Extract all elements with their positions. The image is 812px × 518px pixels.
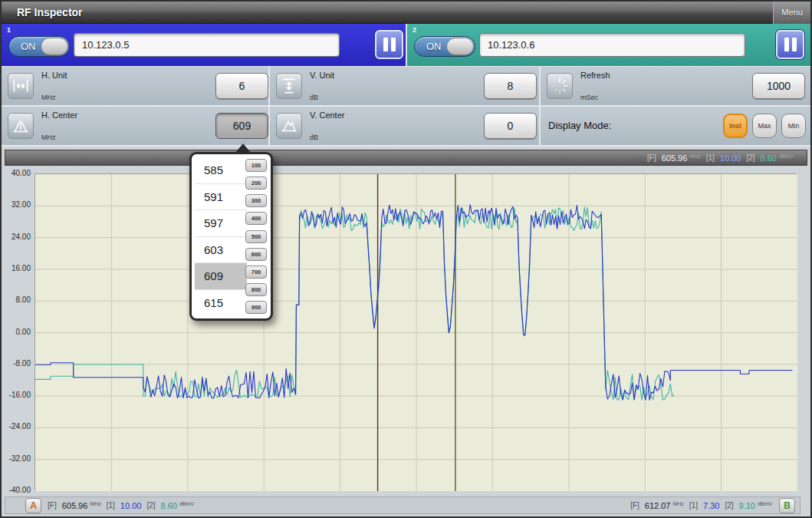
toggle-knob — [446, 38, 474, 55]
refresh-unit: mSec — [580, 94, 598, 101]
step-button-800[interactable]: 800 — [245, 283, 267, 296]
step-button-200[interactable]: 200 — [245, 177, 267, 190]
device-1-pause-button[interactable] — [375, 30, 403, 59]
dropdown-item-609[interactable]: 609 — [195, 263, 247, 290]
y-axis-tick-label: -24.00 — [3, 422, 31, 431]
h-center-cell: H. Center MHz 609 — [2, 107, 268, 145]
dropdown-item-615[interactable]: 615 — [195, 290, 247, 316]
device-1-ip-input[interactable] — [74, 33, 340, 57]
h-center-dropdown: 585591597603609615 100200300400500600700… — [189, 152, 273, 321]
y-axis-tick-label: 40.00 — [3, 169, 31, 178]
display-mode-inst-button[interactable]: Inst — [723, 114, 748, 138]
dropdown-item-603[interactable]: 603 — [195, 237, 247, 264]
y-axis-tick-label: -8.00 — [3, 359, 31, 368]
marker-status-bar: A [F] 605.96 MHz [1] 10.00 [2] 8.60 dBmV… — [5, 497, 800, 514]
step-button-500[interactable]: 500 — [245, 230, 267, 243]
refresh-label: Refresh — [580, 71, 610, 80]
popup-arrow-icon — [235, 144, 251, 153]
v-center-unit: dB — [310, 134, 318, 141]
step-button-400[interactable]: 400 — [245, 212, 267, 225]
display-mode-label: Display Mode: — [548, 107, 611, 145]
h-center-icon — [8, 113, 34, 139]
y-axis-tick-label: 8.00 — [3, 295, 31, 305]
refresh-value-button[interactable]: 1000 — [752, 73, 805, 99]
h-unit-unit: MHz — [41, 94, 56, 101]
display-mode-cell: Display Mode: InstMaxMin — [541, 107, 810, 145]
chart-panel: [F] 605.96 MHz [1] 10.00 [2] 8.60 dBmV 4… — [2, 147, 810, 516]
dropdown-item-585[interactable]: 585 — [195, 157, 247, 184]
marker-b-button[interactable]: B — [779, 498, 795, 513]
pause-icon — [383, 38, 388, 51]
marker-b-readout: [F] 612.07 MHz [1] 7.30 [2] 9.10 dBmV — [630, 501, 777, 510]
h-center-unit: MHz — [41, 134, 56, 141]
dropdown-item-591[interactable]: 591 — [195, 184, 247, 211]
y-axis-tick-label: 0.00 — [3, 328, 31, 337]
h-unit-value-button[interactable]: 6 — [215, 73, 268, 99]
device-index: 2 — [413, 26, 416, 34]
device-panel-2: 2 ON — [407, 24, 810, 66]
device-2-ip-input[interactable] — [479, 33, 745, 57]
chart-header-bar: [F] 605.96 MHz [1] 10.00 [2] 8.60 dBmV — [5, 150, 807, 166]
display-mode-min-button[interactable]: Min — [781, 114, 806, 138]
y-axis-tick-label: 32.00 — [3, 200, 31, 210]
h-center-value-button[interactable]: 609 — [215, 113, 268, 139]
v-unit-icon — [276, 73, 302, 99]
device-row: 1 ON 2 ON — [2, 24, 810, 66]
h-unit-icon — [8, 73, 34, 99]
v-center-value-button[interactable]: 0 — [484, 113, 537, 139]
y-axis-tick-label: 24.00 — [3, 233, 31, 242]
device-1-power-toggle[interactable]: ON — [8, 36, 70, 57]
step-button-100[interactable]: 100 — [245, 159, 267, 172]
v-unit-unit: dB — [310, 94, 318, 101]
y-axis-tick-label: -16.00 — [3, 391, 31, 400]
v-center-icon — [276, 113, 302, 139]
pause-icon — [391, 38, 396, 51]
refresh-cell: Refresh mSec 1000 — [541, 67, 810, 105]
y-axis-tick-label: -32.00 — [3, 454, 31, 464]
step-button-600[interactable]: 600 — [245, 248, 267, 261]
pause-icon — [792, 38, 797, 51]
toggle-on-label: ON — [426, 37, 442, 56]
v-center-cell: V. Center dB 0 — [270, 107, 539, 145]
step-button-900[interactable]: 900 — [245, 301, 267, 314]
y-axis-tick-label: -40.00 — [3, 486, 31, 495]
marker-a-readout: [F] 605.96 MHz [1] 10.00 [2] 8.60 dBmV — [48, 501, 199, 510]
app-title: RF Inspector — [17, 2, 83, 24]
app-window: RF Inspector Menu 1 ON 2 ON — [0, 0, 812, 518]
v-unit-label: V. Unit — [310, 71, 334, 80]
y-axis-tick-label: 16.00 — [3, 264, 31, 273]
device-panel-1: 1 ON — [2, 24, 406, 66]
refresh-spinner-icon — [547, 73, 573, 99]
h-center-label: H. Center — [41, 111, 77, 120]
device-2-pause-button[interactable] — [776, 30, 804, 59]
v-unit-cell: V. Unit dB 8 — [270, 67, 539, 105]
h-unit-label: H. Unit — [41, 71, 67, 80]
marker-a-button[interactable]: A — [25, 498, 41, 513]
menu-button[interactable]: Menu — [773, 2, 810, 24]
dropdown-item-597[interactable]: 597 — [195, 210, 247, 237]
cursor-readout: [F] 605.96 MHz [1] 10.00 [2] 8.60 dBmV — [647, 153, 799, 163]
device-index: 1 — [7, 26, 11, 34]
display-mode-max-button[interactable]: Max — [752, 114, 777, 138]
device-2-power-toggle[interactable]: ON — [414, 36, 475, 57]
toggle-knob — [41, 38, 68, 55]
step-button-700[interactable]: 700 — [245, 266, 267, 279]
title-bar: RF Inspector Menu — [2, 2, 810, 24]
v-unit-value-button[interactable]: 8 — [484, 73, 537, 99]
spectrum-plot — [35, 173, 797, 490]
step-button-300[interactable]: 300 — [245, 194, 267, 207]
v-center-label: V. Center — [310, 111, 344, 120]
toggle-on-label: ON — [21, 37, 36, 56]
pause-icon — [784, 38, 789, 51]
h-unit-cell: H. Unit MHz 6 — [2, 67, 268, 105]
